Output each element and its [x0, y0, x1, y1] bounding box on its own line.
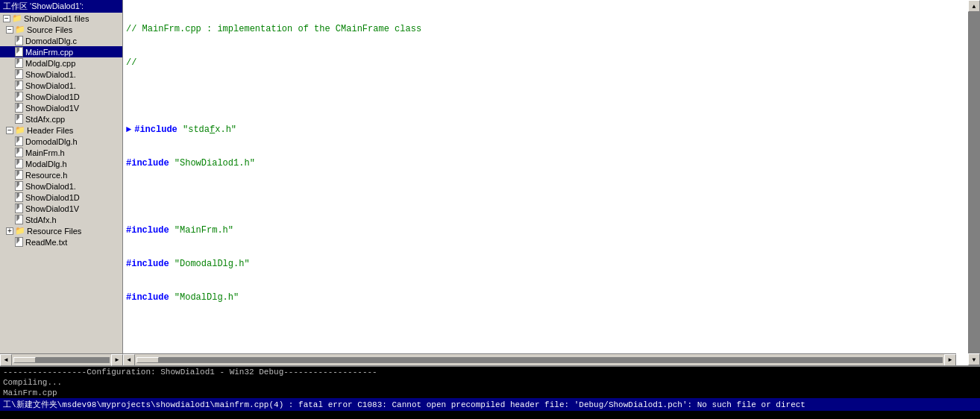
- hfile-icon-3: [15, 159, 23, 168]
- file-icon-2: [15, 47, 23, 57]
- sidebar-header-group[interactable]: − 📁 Header Files: [0, 125, 122, 136]
- main-container: 工作区 'ShowDialod1': − 📁 ShowDialod1 files…: [0, 0, 980, 419]
- code-text-2: //: [126, 57, 136, 69]
- code-inc5: #include: [126, 292, 175, 303]
- output-compiling-line: Compiling...: [0, 377, 980, 388]
- sidebar: 工作区 'ShowDialod1': − 📁 ShowDialod1 files…: [0, 0, 123, 365]
- sidebar-scroll-left[interactable]: ◄: [0, 354, 12, 366]
- folder-icon: 📁: [12, 13, 22, 23]
- file-icon-3: [15, 58, 23, 68]
- code-scroll-right-btn[interactable]: ►: [944, 354, 956, 366]
- code-inc3: #include: [126, 225, 175, 236]
- file-icon-1: [15, 36, 23, 45]
- hfile-label-3: ModalDlg.h: [25, 160, 67, 168]
- hfile-icon-7: [15, 204, 23, 213]
- sidebar-scroll-right[interactable]: ►: [111, 354, 123, 366]
- code-line-4: ► #include "stdafx.h": [126, 125, 965, 136]
- sidebar-source-group[interactable]: − 📁 Source Files: [0, 24, 122, 35]
- code-line-9: #include "ModalDlg.h": [126, 292, 965, 303]
- hfile-label-1: DomodalDlg.h: [25, 137, 78, 146]
- sidebar-file-modaldlg-cpp[interactable]: ModalDlg.cpp: [0, 57, 122, 69]
- hfile-label-5: ShowDialod1.: [25, 182, 76, 191]
- sidebar-project[interactable]: − 📁 ShowDialod1 files: [0, 13, 122, 24]
- output-file-line: MainFrm.cpp: [0, 388, 980, 398]
- top-area: 工作区 'ShowDialod1': − 📁 ShowDialod1 files…: [0, 0, 980, 365]
- code-line-8: #include "DomodalDlg.h": [126, 259, 965, 270]
- code-scroll-thumb: [136, 357, 159, 363]
- output-panel: -----------------Configuration: ShowDial…: [0, 365, 980, 419]
- file-label-8: StdAfx.cpp: [25, 115, 65, 124]
- hfile-icon-2: [15, 148, 23, 157]
- code-text-1: // MainFrm.cpp : implementation of the C…: [126, 24, 421, 35]
- sidebar-file-domodaldlg-c[interactable]: DomodalDlg.c: [0, 35, 122, 46]
- hfile-icon-5: [15, 181, 23, 191]
- code-line-5: #include "ShowDialod1.h": [126, 158, 965, 169]
- code-scroll-track[interactable]: [136, 357, 943, 363]
- code-line-empty-3: [126, 326, 965, 337]
- hfile-icon-6: [15, 192, 23, 202]
- file-icon-8: [15, 114, 23, 124]
- code-inc4: #include: [126, 259, 175, 270]
- code-str5: "ModalDlg.h": [175, 292, 239, 303]
- file-icon-7: [15, 103, 23, 113]
- sidebar-file-showdialod1v[interactable]: ShowDialod1V: [0, 102, 122, 113]
- code-line-1: // MainFrm.cpp : implementation of the C…: [126, 24, 965, 35]
- code-line-7: #include "MainFrm.h": [126, 225, 965, 236]
- sidebar-readme[interactable]: ReadMe.txt: [0, 236, 122, 248]
- file-label-2: MainFrm.cpp: [25, 48, 73, 57]
- hfile-label-2: MainFrm.h: [25, 148, 65, 157]
- file-label-4: ShowDialod1.: [25, 70, 76, 79]
- code-hscroll: ◄ ►: [123, 353, 956, 365]
- sidebar-scroll-thumb: [13, 357, 36, 363]
- code-scroll-left-btn[interactable]: ◄: [123, 354, 135, 366]
- sidebar-hfile-showdialod1-1[interactable]: ShowDialod1.: [0, 180, 122, 192]
- source-minus-icon[interactable]: −: [6, 26, 13, 34]
- sidebar-hfile-domodaldlg-h[interactable]: DomodalDlg.h: [0, 136, 122, 147]
- sidebar-hfile-stdafx-h[interactable]: StdAfx.h: [0, 214, 122, 225]
- sidebar-hfile-modaldlg-h[interactable]: ModalDlg.h: [0, 158, 122, 169]
- hfile-icon-1: [15, 136, 23, 146]
- code-string-1: "stdafx.h": [183, 125, 236, 136]
- vscroll-up-btn[interactable]: ▲: [968, 0, 980, 12]
- source-files-label: Source Files: [27, 25, 72, 34]
- sidebar-file-stdafx-cpp[interactable]: StdAfx.cpp: [0, 113, 122, 125]
- sidebar-resource-group[interactable]: + 📁 Resource Files: [0, 225, 122, 236]
- sidebar-file-showdialod1-1[interactable]: ShowDialod1.: [0, 69, 122, 80]
- vscroll-track[interactable]: [968, 12, 980, 353]
- hfile-label-7: ShowDialod1V: [25, 204, 79, 213]
- header-minus-icon[interactable]: −: [6, 127, 13, 134]
- header-folder-icon: 📁: [15, 125, 25, 135]
- resource-files-label: Resource Files: [27, 227, 81, 236]
- sidebar-hfile-showdialod1v[interactable]: ShowDialod1V: [0, 203, 122, 214]
- file-icon-4: [15, 69, 23, 79]
- code-str3: "MainFrm.h": [175, 225, 233, 236]
- readme-label: ReadMe.txt: [25, 238, 67, 247]
- sidebar-title: 工作区 'ShowDialod1':: [0, 0, 122, 13]
- hfile-label-8: StdAfx.h: [25, 215, 57, 224]
- sidebar-file-mainfrm-cpp[interactable]: MainFrm.cpp: [0, 46, 122, 57]
- arrow-marker: ►: [126, 125, 131, 136]
- sidebar-hfile-mainfrm-h[interactable]: MainFrm.h: [0, 147, 122, 158]
- code-vscroll: ▲ ▼: [968, 0, 980, 365]
- file-icon-6: [15, 92, 23, 101]
- sidebar-hfile-showdialod1d[interactable]: ShowDialod1D: [0, 192, 122, 203]
- code-line-empty-1: [126, 91, 965, 102]
- minus-icon[interactable]: −: [3, 15, 10, 22]
- code-line-2: //: [126, 57, 965, 69]
- code-editor[interactable]: // MainFrm.cpp : implementation of the C…: [123, 0, 968, 365]
- source-folder-icon: 📁: [15, 25, 25, 34]
- sidebar-hfile-resource-h[interactable]: Resource.h: [0, 169, 122, 180]
- resource-plus-icon[interactable]: +: [6, 227, 13, 235]
- sidebar-hscroll: ◄ ►: [0, 353, 123, 365]
- sidebar-file-showdialod1-2[interactable]: ShowDialod1.: [0, 80, 122, 91]
- sidebar-scrollbar-area: ◄ ►: [0, 353, 123, 365]
- code-content: // MainFrm.cpp : implementation of the C…: [123, 0, 968, 365]
- code-include-1: #include: [134, 125, 183, 136]
- file-label-3: ModalDlg.cpp: [25, 59, 75, 68]
- vscroll-down-btn[interactable]: ▼: [968, 353, 980, 365]
- hfile-label-4: Resource.h: [25, 171, 67, 180]
- sidebar-file-showdialod1d[interactable]: ShowDialod1D: [0, 91, 122, 102]
- file-label-1: DomodalDlg.c: [25, 37, 77, 45]
- code-str2: "ShowDialod1.h": [175, 158, 255, 169]
- sidebar-scroll-track[interactable]: [13, 357, 110, 363]
